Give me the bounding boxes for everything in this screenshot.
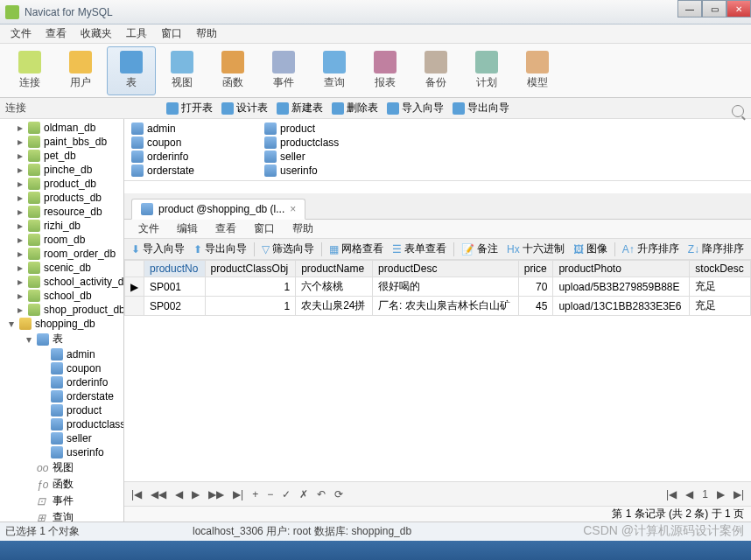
page-last[interactable]: ▶| — [732, 486, 746, 502]
expand-icon[interactable]: ▸ — [16, 234, 25, 246]
expand-icon[interactable]: ▸ — [16, 164, 25, 176]
cell-stockDesc[interactable]: 充足 — [690, 277, 751, 297]
expand-icon[interactable]: ▸ — [16, 122, 25, 134]
col-productDesc[interactable]: productDesc — [373, 261, 519, 277]
cell-price[interactable]: 70 — [518, 277, 553, 297]
nav-prev-page[interactable]: ◀◀ — [149, 486, 168, 502]
nav-last[interactable]: ▶| — [231, 486, 245, 502]
obj-productclass[interactable]: productclass — [264, 136, 339, 149]
submenu-查看[interactable]: 查看 — [208, 220, 243, 238]
col-stockDesc[interactable]: stockDesc — [690, 261, 751, 277]
cell-productClassObj[interactable]: 1 — [205, 297, 296, 316]
nav-apply[interactable]: ✓ — [280, 486, 292, 502]
expand-icon[interactable]: ▸ — [16, 192, 25, 204]
obj-admin[interactable]: admin — [131, 122, 194, 135]
col-price[interactable]: price — [518, 261, 553, 277]
ribbon-导出向导[interactable]: 导出向导 — [449, 99, 513, 117]
tool-连接[interactable]: 连接 — [5, 46, 54, 95]
node-tables[interactable]: ▾表 — [0, 331, 123, 347]
table-row[interactable]: SP0021农夫山泉24拼厂名: 农夫山泉吉林长白山矿45upload/13C1… — [124, 297, 750, 316]
table-admin[interactable]: admin — [0, 347, 123, 361]
submenu-帮助[interactable]: 帮助 — [285, 220, 320, 238]
subtool-网格查看[interactable]: ▦网格查看 — [326, 240, 387, 258]
db-products_db[interactable]: ▸products_db — [0, 191, 123, 205]
tool-模型[interactable]: 模型 — [513, 46, 562, 95]
close-button[interactable]: ✕ — [726, 0, 751, 18]
db-resource_db[interactable]: ▸resource_db — [0, 205, 123, 219]
tool-备份[interactable]: 备份 — [411, 46, 460, 95]
cell-productDesc[interactable]: 厂名: 农夫山泉吉林长白山矿 — [373, 297, 519, 316]
menu-工具[interactable]: 工具 — [119, 24, 154, 43]
tab-close-icon[interactable]: × — [290, 203, 296, 215]
subtool-图像[interactable]: 🖼图像 — [570, 240, 611, 258]
expand-icon[interactable]: ▸ — [16, 136, 25, 148]
table-seller[interactable]: seller — [0, 431, 123, 445]
ribbon-新建表[interactable]: 新建表 — [273, 99, 326, 117]
tool-计划[interactable]: 计划 — [462, 46, 511, 95]
nav-refresh[interactable]: ⟳ — [333, 486, 345, 502]
sidebar-tree[interactable]: ▸oldman_db▸paint_bbs_db▸pet_db▸pinche_db… — [0, 119, 124, 522]
obj-coupon[interactable]: coupon — [131, 136, 194, 149]
nav-next[interactable]: ▶ — [190, 486, 201, 502]
nav-next-page[interactable]: ▶▶ — [207, 486, 226, 502]
ribbon-删除表[interactable]: 删除表 — [328, 99, 382, 117]
tool-函数[interactable]: 函数 — [208, 46, 257, 95]
subtool-备注[interactable]: 📝备注 — [458, 240, 502, 258]
cell-productPhoto[interactable]: upload/13C1BB2833E3E6 — [553, 297, 690, 316]
expand-icon[interactable]: ▸ — [16, 206, 25, 218]
data-grid[interactable]: productNoproductClassObjproductNameprodu… — [124, 260, 751, 481]
obj-orderstate[interactable]: orderstate — [131, 164, 194, 177]
subtool-十六进制[interactable]: Hx十六进制 — [503, 240, 568, 258]
cell-productName[interactable]: 六个核桃 — [296, 277, 373, 297]
expand-icon[interactable]: ▸ — [16, 178, 25, 190]
expand-icon[interactable]: ▸ — [16, 150, 25, 162]
search-icon[interactable] — [732, 105, 744, 117]
cell-productNo[interactable]: SP002 — [144, 297, 205, 316]
tool-报表[interactable]: 报表 — [361, 46, 410, 95]
subtool-筛选向导[interactable]: ▽筛选向导 — [258, 240, 318, 258]
table-productclass[interactable]: productclass — [0, 417, 123, 431]
cell-productClassObj[interactable]: 1 — [205, 277, 296, 297]
db-rizhi_db[interactable]: ▸rizhi_db — [0, 219, 123, 233]
expand-icon[interactable]: ▸ — [16, 262, 25, 274]
table-orderinfo[interactable]: orderinfo — [0, 375, 123, 389]
subtool-导入向导[interactable]: ⬇导入向导 — [128, 240, 188, 258]
menu-查看[interactable]: 查看 — [39, 24, 74, 43]
tool-事件[interactable]: 事件 — [259, 46, 308, 95]
obj-seller[interactable]: seller — [264, 150, 339, 163]
tool-视图[interactable]: 视图 — [158, 46, 207, 95]
tool-用户[interactable]: 用户 — [56, 46, 105, 95]
ribbon-设计表[interactable]: 设计表 — [218, 99, 271, 117]
obj-product[interactable]: product — [264, 122, 339, 135]
table-coupon[interactable]: coupon — [0, 361, 123, 375]
node-事件[interactable]: ⊡事件 — [0, 493, 123, 509]
nav-prev[interactable]: ◀ — [173, 486, 185, 502]
submenu-编辑[interactable]: 编辑 — [170, 220, 205, 238]
tool-表[interactable]: 表 — [107, 46, 156, 95]
db-room_order_db[interactable]: ▸room_order_db — [0, 247, 123, 261]
subtool-升序排序[interactable]: A↑升序排序 — [619, 240, 683, 258]
cell-productName[interactable]: 农夫山泉24拼 — [296, 297, 373, 316]
db-oldman_db[interactable]: ▸oldman_db — [0, 121, 123, 135]
nav-add[interactable]: + — [250, 486, 260, 502]
obj-userinfo[interactable]: userinfo — [264, 164, 339, 177]
db-scenic_db[interactable]: ▸scenic_db — [0, 261, 123, 275]
node-视图[interactable]: oo视图 — [0, 459, 123, 476]
table-product[interactable]: product — [0, 403, 123, 417]
db-shopping_db[interactable]: ▾shopping_db — [0, 317, 123, 331]
db-school_db[interactable]: ▸school_db — [0, 289, 123, 303]
cell-stockDesc[interactable]: 充足 — [690, 297, 751, 316]
cell-productNo[interactable]: SP001 — [144, 277, 205, 297]
tool-查询[interactable]: 查询 — [310, 46, 359, 95]
menu-文件[interactable]: 文件 — [4, 24, 39, 43]
subtool-导出向导[interactable]: ⬆导出向导 — [190, 240, 250, 258]
submenu-窗口[interactable]: 窗口 — [247, 220, 282, 238]
menu-收藏夹[interactable]: 收藏夹 — [74, 24, 119, 43]
page-next[interactable]: ▶ — [715, 486, 726, 502]
page-prev[interactable]: ◀ — [684, 486, 695, 502]
table-userinfo[interactable]: userinfo — [0, 445, 123, 459]
collapse-icon[interactable]: ▾ — [25, 333, 33, 346]
col-productNo[interactable]: productNo — [144, 261, 205, 277]
db-school_activity_db[interactable]: ▸school_activity_db — [0, 275, 123, 289]
nav-undo[interactable]: ↶ — [315, 486, 327, 502]
